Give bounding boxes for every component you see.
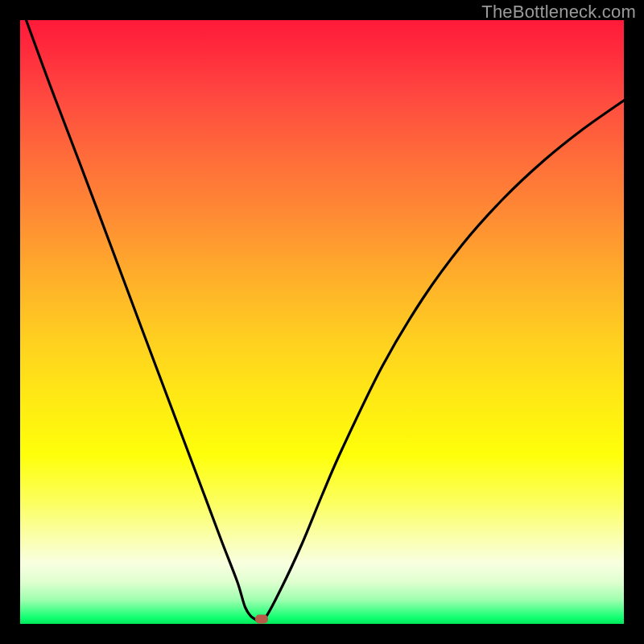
plot-area: [20, 20, 624, 624]
chart-frame: TheBottleneck.com: [0, 0, 644, 644]
bottleneck-curve: [27, 20, 625, 621]
minimum-marker: [255, 615, 268, 624]
watermark-text: TheBottleneck.com: [481, 2, 636, 23]
curve-layer: [20, 20, 624, 624]
